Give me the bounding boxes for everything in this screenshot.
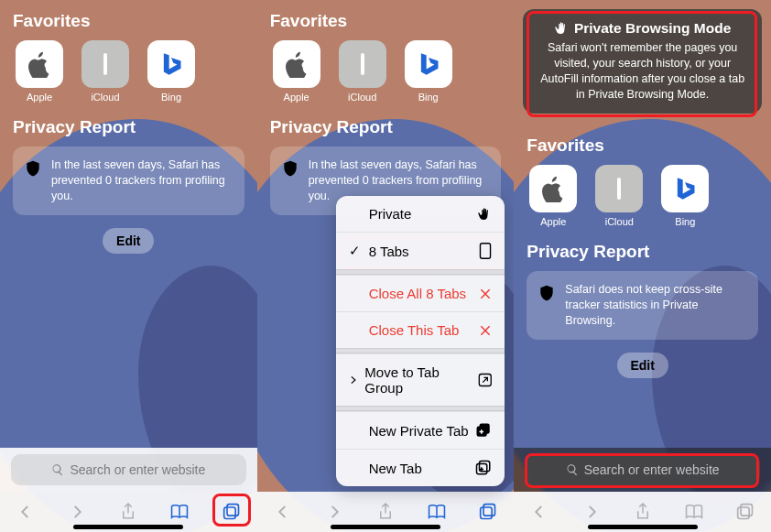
favorite-label: iCloud <box>605 216 634 227</box>
icloud-icon <box>617 178 621 200</box>
screen-2-tab-menu: Favorites Apple iCloud Bing Privacy Repo… <box>257 0 515 532</box>
hand-icon <box>477 207 492 222</box>
privacy-report-title: Privacy Report <box>13 117 244 137</box>
back-button[interactable] <box>12 498 39 526</box>
shield-icon <box>538 284 556 302</box>
forward-button[interactable] <box>578 498 605 526</box>
search-icon <box>51 463 64 476</box>
search-placeholder: Search or enter website <box>70 462 205 477</box>
tabs-plus-icon <box>475 422 492 439</box>
share-button[interactable] <box>372 498 399 526</box>
bing-icon <box>672 176 698 201</box>
tabs-button[interactable] <box>732 498 759 526</box>
arrow-out-icon <box>478 373 493 387</box>
chevron-left-icon <box>17 504 34 520</box>
edit-button[interactable]: Edit <box>617 353 668 378</box>
favorite-apple[interactable]: Apple <box>270 40 323 103</box>
svg-rect-2 <box>481 244 491 259</box>
home-indicator <box>73 525 183 529</box>
chevron-right-icon <box>69 504 85 520</box>
privacy-report-text: In the last seven days, Safari has preve… <box>51 157 233 204</box>
tabs-icon <box>736 503 755 521</box>
highlight-tabs-button <box>212 494 251 527</box>
share-button[interactable] <box>629 498 657 526</box>
privacy-report-card[interactable]: Safari does not keep cross-site tracker … <box>527 271 758 340</box>
forward-button[interactable] <box>320 498 348 526</box>
favorite-label: Apple <box>284 92 309 103</box>
chevron-right-icon <box>583 504 600 520</box>
favorite-icloud[interactable]: iCloud <box>79 40 132 103</box>
menu-item-move-to-group[interactable]: Move to Tab Group <box>336 353 505 406</box>
screen-3-private-mode: Private Browsing Mode Safari won't remem… <box>514 0 771 532</box>
chevron-left-icon <box>531 504 548 520</box>
svg-rect-11 <box>738 507 750 519</box>
svg-rect-10 <box>741 505 753 516</box>
bookmarks-button[interactable] <box>423 498 451 526</box>
privacy-report-text: Safari does not keep cross-site tracker … <box>565 282 747 329</box>
tab-group-menu: Private ✓8 Tabs Close All 8 Tabs Close T… <box>336 196 505 486</box>
edit-button[interactable]: Edit <box>103 228 154 254</box>
shield-icon <box>281 159 299 178</box>
home-indicator <box>588 525 698 529</box>
favorite-icloud[interactable]: iCloud <box>336 40 389 103</box>
favorite-icloud[interactable]: iCloud <box>592 165 646 227</box>
bing-icon <box>416 51 441 77</box>
menu-item-new-private-tab[interactable]: New Private Tab <box>336 411 505 449</box>
privacy-report-title: Privacy Report <box>527 242 758 262</box>
back-button[interactable] <box>269 498 297 526</box>
bookmarks-button[interactable] <box>166 498 193 526</box>
svg-rect-9 <box>481 507 493 519</box>
favorite-bing[interactable]: Bing <box>402 40 455 103</box>
menu-item-8-tabs[interactable]: ✓8 Tabs <box>336 232 505 269</box>
screen-1-start-page: Favorites Apple iCloud Bing Privacy Repo… <box>0 0 257 532</box>
favorite-bing[interactable]: Bing <box>658 165 711 227</box>
tabs-button[interactable] <box>474 498 502 526</box>
highlight-search-field <box>525 453 759 488</box>
bing-icon <box>158 51 184 77</box>
favorite-label: Bing <box>675 216 695 227</box>
favorite-label: iCloud <box>91 92 119 103</box>
favorite-bing[interactable]: Bing <box>145 40 198 103</box>
apple-icon <box>539 175 567 202</box>
menu-item-close-all[interactable]: Close All 8 Tabs <box>336 275 505 311</box>
favorites-title: Favorites <box>527 136 758 156</box>
share-button[interactable] <box>114 498 142 526</box>
search-bar-area: Search or enter website <box>0 448 257 492</box>
menu-item-new-tab[interactable]: New Tab <box>336 449 505 486</box>
shield-icon <box>24 159 42 178</box>
chevron-right-icon <box>349 374 358 386</box>
menu-item-close-this[interactable]: Close This Tab <box>336 311 505 348</box>
icloud-icon <box>103 53 107 75</box>
tabs-plus-icon <box>475 460 492 476</box>
favorites-title: Favorites <box>13 11 244 31</box>
favorite-label: Bing <box>161 92 181 103</box>
chevron-left-icon <box>275 504 291 520</box>
book-icon <box>170 504 189 520</box>
favorite-label: Apple <box>540 216 566 227</box>
icloud-icon <box>361 53 364 75</box>
menu-item-private[interactable]: Private <box>336 196 505 232</box>
favorite-label: Apple <box>27 92 52 103</box>
share-icon <box>377 503 394 521</box>
forward-button[interactable] <box>63 498 91 526</box>
apple-icon <box>26 50 53 78</box>
privacy-report-card[interactable]: In the last seven days, Safari has preve… <box>13 147 244 215</box>
svg-rect-8 <box>483 505 495 516</box>
phone-icon <box>479 243 492 259</box>
close-icon <box>479 288 492 300</box>
share-icon <box>120 503 136 521</box>
favorite-apple[interactable]: Apple <box>527 165 580 227</box>
back-button[interactable] <box>526 498 553 526</box>
favorite-label: Bing <box>418 92 439 103</box>
privacy-report-title: Privacy Report <box>270 117 502 137</box>
close-icon <box>479 324 492 337</box>
search-field[interactable]: Search or enter website <box>11 454 246 485</box>
bookmarks-button[interactable] <box>680 498 708 526</box>
chevron-right-icon <box>326 504 342 520</box>
favorite-label: iCloud <box>348 92 376 103</box>
favorite-apple[interactable]: Apple <box>13 40 66 103</box>
book-icon <box>428 504 446 520</box>
tabs-icon <box>479 503 497 521</box>
book-icon <box>685 504 703 520</box>
apple-icon <box>283 50 310 78</box>
